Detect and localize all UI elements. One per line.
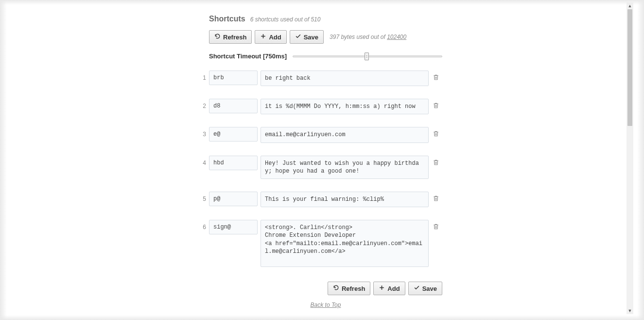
refresh-button[interactable]: Refresh (209, 30, 252, 44)
row-number: 6 (199, 220, 206, 231)
shortcut-key-input[interactable] (209, 220, 258, 234)
check-icon (414, 284, 420, 292)
trash-icon[interactable] (433, 127, 439, 139)
refresh-button-bottom[interactable]: Refresh (328, 282, 370, 295)
shortcut-key-input[interactable] (209, 192, 258, 206)
shortcut-row: 2 (209, 99, 442, 114)
plus-icon (379, 284, 385, 292)
timeout-row: Shortcut Timeout [750ms] (209, 53, 442, 60)
add-button-bottom[interactable]: Add (373, 282, 405, 295)
shortcut-key-input[interactable] (209, 71, 258, 85)
bytes-prefix: 397 bytes used out of (330, 34, 387, 40)
save-button-bottom[interactable]: Save (408, 282, 442, 295)
row-number: 4 (199, 156, 206, 166)
trash-icon[interactable] (433, 71, 439, 83)
save-label: Save (304, 34, 318, 41)
scrollbar[interactable]: ▲ ▼ (627, 2, 633, 314)
shortcut-row: 4 (209, 156, 442, 179)
trash-icon[interactable] (433, 220, 439, 232)
content: Shortcuts 6 shortcuts used out of 510 Re… (209, 15, 442, 308)
shortcut-value-input[interactable] (261, 220, 429, 267)
refresh-icon (214, 33, 221, 41)
back-to-top-link[interactable]: Back to Top (311, 302, 341, 308)
slider-thumb[interactable] (365, 53, 369, 60)
header: Shortcuts 6 shortcuts used out of 510 (209, 15, 442, 23)
refresh-icon (333, 284, 339, 292)
shortcut-row: 1 (209, 71, 442, 86)
row-number: 5 (199, 192, 206, 202)
shortcut-row: 3 (209, 127, 442, 142)
page-title: Shortcuts (209, 15, 245, 23)
shortcut-key-input[interactable] (209, 156, 258, 170)
timeout-slider[interactable] (293, 54, 442, 59)
shortcut-count: 6 shortcuts used out of 510 (250, 16, 321, 23)
toolbar-bottom: Refresh Add Save (209, 282, 442, 295)
add-label: Add (387, 285, 400, 292)
trash-icon[interactable] (433, 99, 439, 111)
timeout-label: Shortcut Timeout [750ms] (209, 53, 287, 60)
row-number: 2 (199, 99, 206, 109)
shortcut-value-input[interactable] (261, 156, 429, 179)
shortcut-value-input[interactable] (261, 127, 429, 142)
add-label: Add (269, 34, 281, 41)
refresh-label: Refresh (342, 285, 365, 292)
main-scroll-area[interactable]: Shortcuts 6 shortcuts used out of 510 Re… (6, 2, 630, 314)
add-button[interactable]: Add (255, 30, 286, 44)
shortcut-value-input[interactable] (261, 99, 429, 114)
shortcut-row: 6 (209, 220, 442, 267)
back-to-top: Back to Top (209, 301, 442, 308)
bytes-limit-link[interactable]: 102400 (387, 34, 406, 40)
scroll-down-arrow[interactable]: ▼ (627, 307, 633, 314)
shortcut-list: 123456 (209, 71, 442, 267)
row-number: 1 (199, 71, 206, 81)
shortcut-value-input[interactable] (261, 192, 429, 207)
toolbar-top: Refresh Add Save 397 bytes used out of 1… (209, 30, 442, 44)
plus-icon (260, 33, 266, 41)
check-icon (295, 33, 301, 41)
shortcut-value-input[interactable] (261, 71, 429, 86)
save-label: Save (422, 285, 437, 292)
shortcut-key-input[interactable] (209, 127, 258, 142)
scroll-up-arrow[interactable]: ▲ (627, 2, 633, 9)
row-number: 3 (199, 127, 206, 138)
scroll-thumb[interactable] (627, 9, 632, 126)
shortcut-row: 5 (209, 192, 442, 207)
trash-icon[interactable] (433, 156, 439, 168)
refresh-label: Refresh (223, 34, 246, 41)
trash-icon[interactable] (433, 192, 439, 204)
bytes-used: 397 bytes used out of 102400 (330, 34, 406, 40)
shortcut-key-input[interactable] (209, 99, 258, 113)
save-button[interactable]: Save (290, 30, 324, 44)
